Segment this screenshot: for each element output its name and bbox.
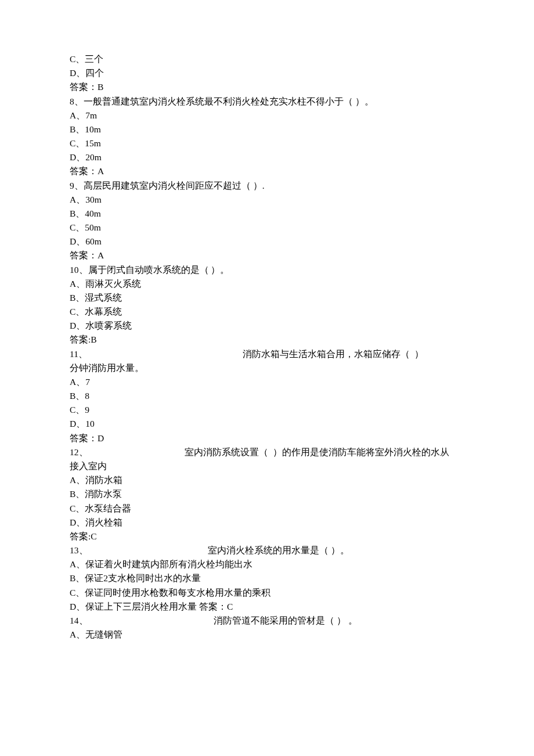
q8-stem: 8、一般普通建筑室内消火栓系统最不利消火栓处充实水柱不得小于（ ）。 — [70, 95, 464, 109]
q8-option-a: A、7m — [70, 109, 464, 123]
q11-option-b: B、8 — [70, 389, 464, 403]
q8-answer: 答案：A — [70, 164, 464, 178]
q7-answer: 答案：B — [70, 80, 464, 94]
q10-option-d: D、水喷雾系统 — [70, 319, 464, 333]
q12-stem-line1: 12、 室内消防系统设置（ ）的作用是使消防车能将室外消火栓的水从 — [70, 445, 464, 459]
q9-stem: 9、高层民用建筑室内消火栓间距应不超过（ ）. — [70, 179, 464, 193]
document-page: C、三个 D、四个 答案：B 8、一般普通建筑室内消火栓系统最不利消火栓处充实水… — [0, 0, 534, 756]
q11-option-a: A、7 — [70, 375, 464, 389]
q10-option-a: A、雨淋灭火系统 — [70, 277, 464, 291]
q11-stem-line1: 11、 消防水箱与生活水箱合用，水箱应储存（ ） — [70, 347, 464, 361]
q13-option-a: A、保证着火时建筑内部所有消火栓均能出水 — [70, 557, 464, 571]
q13-stem-right: 室内消火栓系统的用水量是（ ）。 — [208, 543, 349, 557]
q9-option-c: C、50m — [70, 221, 464, 235]
q13-stem: 13、 室内消火栓系统的用水量是（ ）。 — [70, 543, 464, 557]
q14-number: 14、 — [70, 614, 214, 628]
q11-stem-line2: 分钟消防用水量。 — [70, 361, 464, 375]
q11-number: 11、 — [70, 347, 243, 361]
q8-option-c: C、15m — [70, 136, 464, 150]
q12-number: 12、 — [70, 445, 185, 459]
q12-stem-line2: 接入室内 — [70, 459, 464, 473]
q10-stem: 10、属于闭式自动喷水系统的是（ ）。 — [70, 263, 464, 277]
q12-option-d: D、消火栓箱 — [70, 516, 464, 530]
q9-option-b: B、40m — [70, 207, 464, 221]
q13-option-b: B、保证2支水枪同时出水的水量 — [70, 571, 464, 585]
q7-option-c: C、三个 — [70, 52, 464, 66]
q12-option-b: B、消防水泵 — [70, 487, 464, 501]
q12-option-a: A、消防水箱 — [70, 473, 464, 487]
q13-number: 13、 — [70, 543, 208, 557]
q8-option-b: B、10m — [70, 123, 464, 136]
q10-option-b: B、湿式系统 — [70, 291, 464, 305]
q11-option-c: C、9 — [70, 403, 464, 417]
q10-answer: 答案:B — [70, 333, 464, 347]
q14-option-a: A、无缝钢管 — [70, 628, 464, 642]
q12-answer: 答案:C — [70, 530, 464, 543]
q8-option-d: D、20m — [70, 150, 464, 164]
q9-answer: 答案：A — [70, 249, 464, 262]
q13-option-d-and-answer: D、保证上下三层消火栓用水量 答案：C — [70, 600, 464, 614]
q11-answer: 答案：D — [70, 431, 464, 445]
q7-option-d: D、四个 — [70, 66, 464, 80]
q12-stem-right: 室内消防系统设置（ ）的作用是使消防车能将室外消火栓的水从 — [185, 445, 449, 459]
q14-stem-right: 消防管道不能采用的管材是（ ） 。 — [214, 614, 358, 628]
q12-option-c: C、水泵结合器 — [70, 502, 464, 516]
q13-option-c: C、保证同时使用水枪数和每支水枪用水量的乘积 — [70, 586, 464, 600]
q11-stem-right: 消防水箱与生活水箱合用，水箱应储存（ ） — [243, 347, 424, 361]
q10-option-c: C、水幕系统 — [70, 305, 464, 319]
q11-option-d: D、10 — [70, 417, 464, 431]
q14-stem: 14、 消防管道不能采用的管材是（ ） 。 — [70, 614, 464, 628]
q9-option-d: D、60m — [70, 235, 464, 249]
q9-option-a: A、30m — [70, 193, 464, 207]
